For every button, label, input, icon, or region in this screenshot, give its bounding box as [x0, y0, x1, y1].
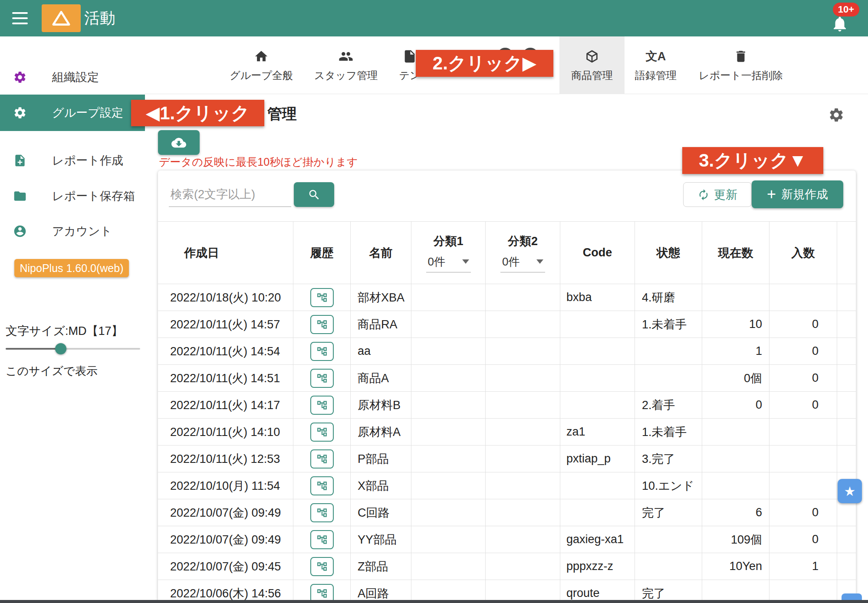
history-button[interactable] [310, 396, 334, 415]
tab-staff-management[interactable]: スタッフ管理 [311, 36, 381, 94]
create-new-button[interactable]: + 新規作成 [752, 180, 843, 208]
cell-current-count: 10 [702, 311, 769, 338]
cell-class1 [411, 472, 486, 499]
cell-quantity: 0 [769, 311, 837, 338]
class2-filter-select[interactable]: 0件 [500, 254, 545, 272]
history-button[interactable] [310, 557, 334, 576]
history-button[interactable] [310, 342, 334, 361]
cell-code [560, 472, 635, 499]
tab-label: レポート一括削除 [699, 69, 783, 82]
history-button[interactable] [310, 449, 334, 469]
menu-icon[interactable] [12, 10, 30, 26]
tree-history-icon [316, 292, 328, 303]
cell-quantity: 0 [769, 338, 837, 365]
column-header-class1: 分類1 0件 [411, 222, 486, 284]
cell-status: 完了 [635, 499, 702, 526]
cell-current-count [702, 446, 769, 472]
sidebar-item-report-box[interactable]: レポート保存箱 [0, 178, 145, 214]
cell-created-date: 2022/10/07(金) 09:45 [158, 553, 293, 580]
cell-class1 [411, 526, 486, 553]
version-button[interactable]: NipoPlus 1.60.0(web) [14, 259, 129, 277]
tab-label: 語録管理 [635, 69, 677, 82]
class2-title: 分類2 [508, 233, 538, 249]
tree-history-icon [316, 588, 328, 599]
font-size-slider[interactable] [6, 343, 140, 355]
cell-created-date: 2022/10/11(火) 14:51 [158, 365, 293, 392]
history-button[interactable] [310, 423, 334, 442]
cell-history [293, 284, 351, 311]
column-header-status: 状態 [635, 222, 702, 284]
trash-icon [733, 49, 749, 64]
cell-current-count [702, 419, 769, 446]
cell-created-date: 2022/10/18(火) 10:20 [158, 284, 293, 311]
tab-bulk-delete-reports[interactable]: レポート一括削除 [693, 36, 789, 94]
cell-name: 原材料B [351, 392, 411, 419]
app-root: 活動 10+ 組織設定 グループ設定 レポート作成 レポート保存箱 アカウント … [0, 0, 868, 603]
sidebar-item-create-report[interactable]: レポート作成 [0, 142, 145, 179]
tab-product-management[interactable]: 商品管理 [559, 36, 625, 94]
cell-name: YY部品 [351, 526, 411, 553]
history-button[interactable] [310, 315, 334, 334]
slider-thumb[interactable] [55, 343, 66, 354]
sidebar-item-group-settings[interactable]: グループ設定 [0, 95, 145, 131]
cell-current-count [702, 472, 769, 499]
star-icon: ★ [844, 484, 856, 499]
refresh-button[interactable]: 更新 [683, 182, 752, 207]
bottom-edge-bar [0, 600, 868, 603]
cell-status [635, 338, 702, 365]
sidebar-item-account[interactable]: アカウント [0, 213, 145, 249]
notifications-bell-icon[interactable] [831, 15, 849, 33]
history-button[interactable] [310, 503, 334, 522]
cell-status: 3.完了 [635, 446, 702, 472]
cell-class1 [411, 499, 486, 526]
cell-class2 [486, 526, 560, 553]
cell-code [560, 338, 635, 365]
cell-name: 原材料A [351, 419, 411, 446]
tree-history-icon [316, 453, 328, 465]
notification-badge: 10+ [833, 3, 859, 16]
cell-name: P部品 [351, 446, 411, 472]
class1-filter-select[interactable]: 0件 [426, 254, 471, 272]
cell-quantity [769, 472, 837, 499]
tree-history-icon [316, 319, 328, 330]
cell-status: 1.未着手 [635, 311, 702, 338]
sidebar-item-org-settings[interactable]: 組織設定 [0, 59, 145, 95]
cell-history [293, 526, 351, 553]
tab-group-general[interactable]: グループ全般 [227, 36, 296, 94]
column-header-current-count: 現在数 [702, 222, 769, 284]
document-icon [402, 49, 418, 64]
cell-name: 部材XBA [351, 284, 411, 311]
cell-code [560, 365, 635, 392]
size-preview-note: このサイズで表示 [6, 364, 98, 379]
history-button[interactable] [310, 476, 334, 495]
app-logo[interactable] [42, 4, 81, 32]
cell-class2 [486, 365, 560, 392]
cell-name: 商品RA [351, 311, 411, 338]
history-button[interactable] [310, 288, 334, 307]
cell-quantity: 0 [769, 392, 837, 419]
cell-class2 [486, 419, 560, 446]
cell-name: aa [351, 338, 411, 365]
search-input[interactable] [169, 182, 291, 207]
cell-history [293, 338, 351, 365]
history-button[interactable] [310, 369, 334, 388]
tree-history-icon [316, 480, 328, 492]
cell-created-date: 2022/10/11(火) 14:57 [158, 311, 293, 338]
cell-code: bxba [560, 284, 635, 311]
history-button[interactable] [310, 530, 334, 549]
cell-class1 [411, 419, 486, 446]
download-button[interactable] [158, 130, 200, 155]
sidebar-item-label: レポート作成 [52, 153, 123, 168]
cell-history [293, 499, 351, 526]
sidebar-item-label: グループ設定 [52, 105, 123, 121]
cell-created-date: 2022/10/11(火) 14:54 [158, 338, 293, 365]
tab-label: 商品管理 [571, 69, 613, 82]
favorite-star-button[interactable]: ★ [838, 479, 862, 503]
search-button[interactable] [294, 182, 334, 207]
products-table: 作成日 履歴 名前 分類1 0件 分類2 0件 Code 状態 現在数 入数 [158, 221, 856, 603]
tab-glossary-management[interactable]: 文A 語録管理 [625, 36, 686, 94]
cell-code [560, 499, 635, 526]
page-settings-gear-icon[interactable] [828, 107, 845, 123]
cell-name: X部品 [351, 472, 411, 499]
cell-current-count: 0 [702, 392, 769, 419]
